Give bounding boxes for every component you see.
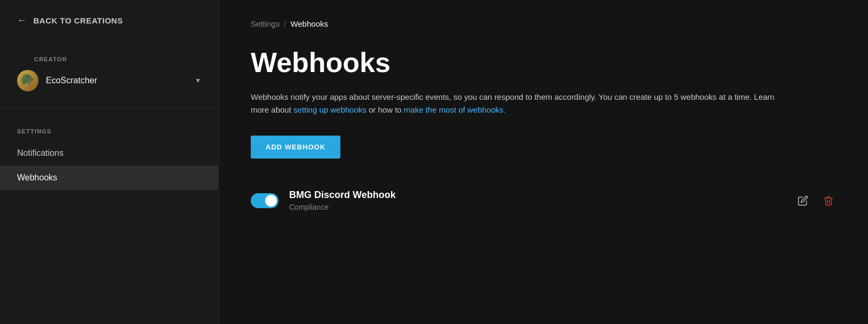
- creator-section-label: CREATOR: [17, 46, 201, 67]
- add-webhook-button[interactable]: ADD WEBHOOK: [251, 136, 340, 159]
- page-title: Webhooks: [251, 48, 836, 78]
- breadcrumb-current: Webhooks: [290, 19, 328, 28]
- delete-webhook-button[interactable]: [821, 193, 836, 208]
- trash-icon: [823, 195, 834, 206]
- breadcrumb-parent: Settings: [251, 19, 280, 28]
- webhook-list: BMG Discord Webhook Compliance: [251, 184, 836, 217]
- webhook-toggle[interactable]: [251, 193, 278, 208]
- webhook-name: BMG Discord Webhook: [289, 189, 785, 201]
- breadcrumb-separator: /: [284, 19, 286, 28]
- chevron-down-icon: ▼: [195, 77, 201, 84]
- main-content: Settings / Webhooks Webhooks Webhooks no…: [219, 0, 868, 324]
- description-text-2: or how to: [367, 105, 404, 114]
- sidebar: ← BACK TO CREATIONS CREATOR 🪖 EcoScratch…: [0, 0, 219, 324]
- sidebar-item-webhooks[interactable]: Webhooks: [0, 165, 218, 190]
- pencil-icon: [798, 195, 808, 206]
- back-arrow-icon: ←: [17, 15, 27, 26]
- page-description: Webhooks notify your apps about server-s…: [251, 91, 784, 116]
- avatar: 🪖: [17, 70, 38, 91]
- sidebar-item-notifications[interactable]: Notifications: [0, 141, 218, 165]
- creator-section: CREATOR 🪖 EcoScratcher ▼: [0, 41, 218, 108]
- table-row: BMG Discord Webhook Compliance: [251, 184, 836, 217]
- creator-selector[interactable]: 🪖 EcoScratcher ▼: [17, 67, 201, 94]
- settings-section: SETTINGS Notifications Webhooks: [0, 108, 218, 190]
- edit-webhook-button[interactable]: [795, 193, 810, 208]
- webhook-actions: [795, 193, 836, 208]
- toggle-thumb: [265, 195, 277, 207]
- back-label: BACK TO CREATIONS: [34, 16, 123, 25]
- setting-up-webhooks-link[interactable]: setting up webhooks: [293, 105, 367, 114]
- back-to-creations-link[interactable]: ← BACK TO CREATIONS: [0, 0, 218, 41]
- breadcrumb: Settings / Webhooks: [251, 19, 836, 28]
- webhook-type: Compliance: [289, 203, 785, 211]
- creator-name: EcoScratcher: [46, 76, 187, 85]
- settings-section-label: SETTINGS: [0, 118, 218, 141]
- webhook-info: BMG Discord Webhook Compliance: [289, 189, 785, 211]
- toggle-track: [251, 193, 278, 208]
- most-of-webhooks-link[interactable]: make the most of webhooks.: [404, 105, 506, 114]
- avatar-emoji: 🪖: [21, 74, 35, 88]
